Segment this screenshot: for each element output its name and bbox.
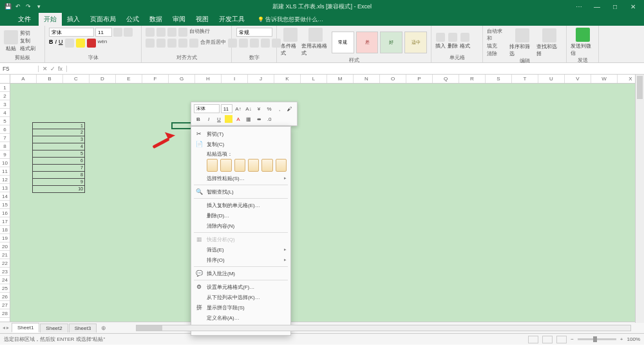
data-cell[interactable]: 4 — [32, 143, 85, 150]
row-header[interactable]: 7 — [0, 134, 10, 142]
cancel-icon[interactable]: ✕ — [43, 66, 48, 72]
currency-icon[interactable] — [228, 39, 237, 48]
align-middle-icon[interactable] — [156, 28, 166, 37]
column-header[interactable]: R — [459, 75, 486, 83]
send-wechat-button[interactable]: 发送到微信 — [571, 28, 594, 57]
delete-cells-button[interactable]: 删除 — [448, 33, 458, 50]
cells-area[interactable]: 12345678910 宋体 11 A↑ A↓ ¥ % , 🖌 B — [10, 84, 644, 322]
view-page-layout-icon[interactable] — [542, 336, 553, 343]
decrease-font-icon[interactable] — [124, 28, 133, 37]
tab-developer[interactable]: 开发工具 — [214, 13, 250, 26]
tab-formulas[interactable]: 公式 — [121, 13, 144, 26]
ctx-paste-special[interactable]: 选择性粘贴(S)…▸ — [191, 173, 290, 183]
mini-font-color-icon[interactable]: A — [234, 114, 243, 123]
zoom-level[interactable]: 100% — [627, 336, 640, 342]
wrap-text-button[interactable]: 自动换行 — [189, 28, 210, 37]
name-box[interactable]: F5 — [0, 66, 39, 72]
qat-more-icon[interactable]: ▾ — [35, 3, 43, 10]
view-normal-icon[interactable] — [528, 336, 538, 343]
mini-font-family[interactable]: 宋体 — [194, 104, 220, 113]
column-header[interactable]: C — [63, 75, 90, 83]
row-header[interactable]: 23 — [0, 268, 10, 276]
data-cell[interactable]: 5 — [32, 150, 85, 158]
row-header[interactable]: 16 — [0, 209, 10, 217]
ctx-insert-copied[interactable]: 插入复制的单元格(E)… — [191, 200, 290, 210]
percent-icon[interactable] — [239, 39, 248, 48]
merge-center-button[interactable]: 合并后居中 — [200, 39, 226, 48]
data-cell[interactable]: 1 — [32, 122, 85, 129]
tab-file[interactable]: 文件 — [13, 13, 36, 26]
pinyin-button[interactable]: wén — [98, 39, 108, 48]
comma-icon[interactable] — [250, 39, 259, 48]
close-icon[interactable]: ✕ — [625, 1, 641, 12]
ctx-insert-comment[interactable]: 💬插入批注(M) — [191, 268, 290, 278]
mini-increase-font-icon[interactable]: A↑ — [234, 104, 243, 113]
ctx-clear[interactable]: 清除内容(N) — [191, 221, 290, 231]
ctx-delete[interactable]: 删除(D)… — [191, 210, 290, 221]
row-header[interactable]: 3 — [0, 100, 10, 109]
bold-button[interactable]: B — [49, 39, 53, 48]
row-header[interactable]: 18 — [0, 226, 10, 234]
row-header[interactable]: 13 — [0, 184, 10, 192]
ribbon-options-icon[interactable]: ⋯ — [571, 1, 587, 12]
ctx-pick-list[interactable]: 从下拉列表中选择(K)… — [191, 292, 290, 302]
font-color-icon[interactable] — [87, 39, 96, 48]
sheet-tab-2[interactable]: Sheet2 — [40, 323, 68, 332]
maximize-icon[interactable]: □ — [607, 1, 623, 12]
column-header[interactable]: N — [354, 75, 380, 83]
column-header[interactable]: M — [327, 75, 354, 83]
tab-data[interactable]: 数据 — [144, 13, 167, 26]
ctx-filter[interactable]: 筛选(E)▸ — [191, 244, 290, 255]
autosum-button[interactable]: 自动求和 — [487, 28, 507, 42]
data-cell[interactable]: 6 — [32, 158, 85, 165]
italic-button[interactable]: I — [55, 39, 57, 48]
border-icon[interactable] — [65, 39, 74, 48]
format-painter-button[interactable]: 格式刷 — [20, 45, 35, 52]
tab-review[interactable]: 审阅 — [167, 13, 191, 26]
tell-me-search[interactable]: 告诉我您想要做什么… — [250, 14, 328, 26]
column-header[interactable]: I — [222, 75, 248, 83]
column-header[interactable]: E — [116, 75, 142, 83]
sheet-tab-3[interactable]: Sheet3 — [69, 323, 97, 332]
row-header[interactable]: 1 — [0, 84, 10, 92]
data-range[interactable]: 12345678910 — [32, 122, 85, 193]
mini-underline-button[interactable]: U — [214, 114, 223, 123]
column-header[interactable]: S — [486, 75, 512, 83]
tab-page-layout[interactable]: 页面布局 — [85, 13, 121, 26]
paste-match-dest-icon[interactable] — [220, 159, 231, 172]
ctx-smart-lookup[interactable]: 🔍智能查找(L) — [191, 187, 290, 197]
column-header[interactable]: J — [248, 75, 274, 83]
row-header[interactable]: 5 — [0, 117, 10, 125]
zoom-slider[interactable] — [578, 338, 616, 340]
fill-button[interactable]: 填充 — [487, 42, 497, 50]
font-family-select[interactable]: 宋体 — [49, 28, 94, 37]
view-page-break-icon[interactable] — [556, 336, 567, 343]
indent-decrease-icon[interactable] — [178, 39, 187, 48]
ctx-copy[interactable]: 📄复制(C) — [191, 139, 290, 149]
format-cells-button[interactable]: 格式 — [460, 33, 470, 50]
number-format-select[interactable]: 常规 — [236, 28, 272, 37]
zoom-out-icon[interactable]: − — [571, 336, 574, 342]
minimize-icon[interactable]: — — [589, 1, 605, 12]
column-header[interactable]: O — [380, 75, 406, 83]
format-as-table-button[interactable]: 套用表格格式 — [301, 28, 330, 57]
column-header[interactable]: W — [591, 75, 618, 83]
row-header[interactable]: 25 — [0, 284, 10, 293]
copy-button[interactable]: 复制 — [20, 37, 30, 44]
mini-merge-icon[interactable]: ⬌ — [254, 114, 263, 123]
data-cell[interactable]: 7 — [32, 165, 85, 172]
column-header[interactable]: A — [10, 75, 37, 83]
mini-decrease-font-icon[interactable]: A↓ — [244, 104, 253, 113]
row-header[interactable]: 14 — [0, 192, 10, 201]
row-header[interactable]: 24 — [0, 276, 10, 284]
data-cell[interactable]: 2 — [32, 129, 85, 136]
align-center-icon[interactable] — [156, 39, 166, 48]
orientation-icon[interactable] — [178, 28, 187, 37]
mini-decimals-icon[interactable]: .0 — [265, 114, 274, 123]
column-header[interactable]: P — [406, 75, 433, 83]
row-header[interactable]: 11 — [0, 167, 10, 176]
row-header[interactable]: 6 — [0, 125, 10, 134]
style-neutral[interactable]: 适中 — [404, 32, 427, 53]
select-all-corner[interactable] — [0, 75, 10, 84]
row-header[interactable]: 9 — [0, 150, 10, 159]
